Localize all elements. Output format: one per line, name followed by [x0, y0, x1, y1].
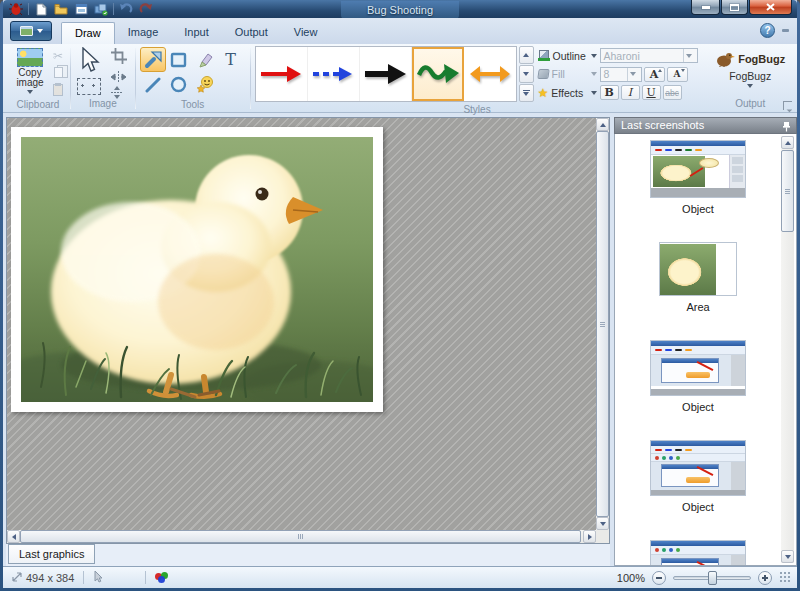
style-blue-dashed-arrow[interactable] — [308, 47, 360, 101]
tab-draw[interactable]: Draw — [61, 22, 115, 44]
paste-button[interactable] — [50, 82, 66, 97]
outline-button[interactable]: Outline — [538, 48, 597, 63]
strikethrough-button[interactable]: abc — [663, 85, 682, 100]
thumbnail-partial[interactable] — [650, 540, 746, 565]
font-family-select[interactable]: Aharoni — [600, 48, 698, 63]
gallery-scroll-down-button[interactable] — [519, 65, 534, 83]
fogbugz-output-button[interactable]: FogBugz FogBugz — [713, 47, 787, 96]
help-button[interactable]: ? — [760, 23, 775, 38]
zoom-out-button[interactable] — [652, 571, 666, 585]
scroll-up-button[interactable] — [781, 136, 794, 149]
crop-button[interactable] — [111, 48, 127, 68]
group-output: FogBugz FogBugz Output — [705, 45, 795, 112]
canvas-column: Last graphics — [3, 117, 610, 566]
scroll-up-button[interactable] — [596, 118, 609, 131]
chevron-down-icon — [27, 90, 33, 94]
close-icon — [766, 3, 775, 11]
thumbnail-area[interactable] — [659, 242, 737, 296]
thumb-art — [651, 146, 745, 155]
style-black-arrow[interactable] — [360, 47, 412, 101]
captured-image[interactable] — [11, 127, 383, 412]
pointer-tool-button[interactable] — [77, 47, 101, 77]
ribbon-minimize-button[interactable] — [782, 29, 789, 32]
gallery-expand-button[interactable] — [519, 84, 534, 102]
dialog-launcher-icon[interactable] — [783, 101, 792, 110]
chevron-up-icon — [600, 123, 606, 127]
close-button[interactable] — [749, 0, 792, 15]
style-red-arrow[interactable] — [256, 47, 308, 101]
paste-icon — [53, 84, 63, 96]
grow-font-button[interactable]: A — [644, 67, 665, 82]
image-dimensions: 494 x 384 — [26, 572, 74, 584]
selection-marquee-button[interactable] — [77, 78, 101, 95]
cut-button[interactable]: ✂ — [50, 48, 66, 63]
style-orange-double-arrow[interactable] — [464, 47, 516, 101]
resize-grip[interactable] — [779, 571, 791, 583]
application-menu-button[interactable] — [10, 21, 52, 41]
thumbnail-label: Object — [682, 401, 714, 413]
highlighter-tool-button[interactable] — [192, 47, 218, 72]
statusbar: 494 x 384 100% — [3, 566, 797, 588]
zoom-slider[interactable] — [673, 576, 751, 580]
effects-button[interactable]: ★ Effects — [538, 85, 597, 100]
italic-button[interactable]: I — [621, 85, 640, 100]
chevron-right-icon — [588, 534, 592, 540]
horizontal-scrollbar[interactable] — [7, 530, 596, 543]
line-tool-button[interactable] — [140, 72, 166, 97]
zoom-in-button[interactable] — [758, 571, 772, 585]
sidebar-scroll-thumb[interactable] — [781, 150, 794, 232]
style-green-wavy-arrow[interactable] — [412, 47, 464, 101]
thumb-art — [651, 389, 745, 395]
minimize-button[interactable] — [691, 0, 720, 15]
statusbar-separator — [145, 571, 146, 584]
tab-input[interactable]: Input — [171, 22, 221, 44]
bold-button[interactable]: B — [600, 85, 619, 100]
scroll-down-button[interactable] — [781, 550, 794, 563]
combo-dropdown-button[interactable] — [683, 49, 694, 62]
scroll-left-button[interactable] — [7, 530, 20, 543]
thumbnail-object-window[interactable] — [650, 440, 746, 496]
maximize-button[interactable] — [721, 0, 748, 15]
copy-button[interactable] — [50, 65, 66, 80]
thumb-art — [651, 555, 745, 565]
chevron-down-icon — [785, 555, 791, 559]
thumbnail-object-window[interactable] — [650, 340, 746, 396]
text-tool-button[interactable]: T — [218, 47, 244, 72]
thumb-art — [651, 355, 745, 386]
shrink-font-button[interactable]: A — [667, 67, 688, 82]
tab-view[interactable]: View — [281, 22, 331, 44]
gallery-scroll-up-button[interactable] — [519, 46, 534, 64]
horizontal-scroll-thumb[interactable] — [20, 530, 581, 543]
tab-image[interactable]: Image — [115, 22, 172, 44]
stamp-tool-button[interactable] — [192, 72, 218, 97]
ellipse-tool-button[interactable] — [166, 72, 192, 97]
fill-button[interactable]: Fill — [538, 67, 597, 82]
font-size-select[interactable]: 8 — [600, 67, 642, 82]
orange-double-arrow-icon — [468, 58, 512, 90]
thumb-art — [651, 188, 745, 197]
vertical-scrollbar[interactable] — [596, 118, 609, 530]
scroll-right-button[interactable] — [583, 530, 596, 543]
vertical-scroll-thumb[interactable] — [596, 131, 609, 517]
thumb-art — [651, 546, 745, 555]
scroll-down-button[interactable] — [596, 517, 609, 530]
copy-image-button[interactable]: Copy image — [10, 47, 50, 97]
rectangle-tool-button[interactable] — [166, 47, 192, 72]
combo-dropdown-button[interactable] — [627, 68, 638, 81]
tab-output[interactable]: Output — [222, 22, 281, 44]
document-tab-last-graphics[interactable]: Last graphics — [8, 544, 95, 564]
thumbnail-object-annotated[interactable] — [650, 140, 746, 198]
group-label-output: Output — [705, 98, 795, 112]
underline-button[interactable]: U — [642, 85, 661, 100]
rectangle-tool-icon — [170, 52, 187, 68]
sidebar-header: Last screenshots — [614, 117, 797, 134]
cursor-position-icon — [93, 570, 103, 585]
statusbar-separator — [83, 571, 84, 584]
cut-icon: ✂ — [53, 49, 63, 63]
arrow-tool-button[interactable] — [140, 47, 166, 72]
group-divider — [135, 48, 136, 109]
italic-label: I — [628, 86, 632, 99]
sidebar-scrollbar[interactable] — [781, 136, 794, 563]
arrow-style-gallery — [255, 46, 517, 102]
zoom-slider-thumb[interactable] — [708, 571, 717, 585]
